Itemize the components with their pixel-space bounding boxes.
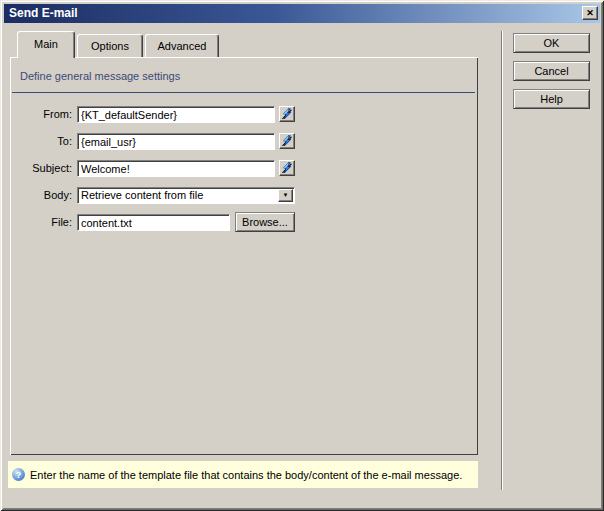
tab-options-label: Options [91,40,129,52]
close-icon: ✕ [586,9,594,18]
help-icon: ? [12,468,25,481]
tab-main[interactable]: Main [17,31,75,58]
main-tab-panel: Define general message settings From: To… [10,57,478,455]
subject-dynamic-data-button[interactable] [279,160,295,176]
hint-text: Enter the name of the template file that… [30,469,462,481]
help-icon-glyph: ? [16,470,22,480]
form-row-to: To: [10,133,478,151]
file-input[interactable] [77,214,230,231]
lightning-icon [281,162,293,174]
body-select-arrow-button[interactable]: ▼ [278,189,293,202]
form-row-body: Body: Retrieve content from file ▼ [10,187,478,205]
to-label: To: [10,135,72,147]
lightning-icon [281,135,293,147]
from-input[interactable] [77,106,275,123]
subject-input[interactable] [77,160,275,177]
form-row-from: From: [10,106,478,124]
chevron-down-icon: ▼ [283,188,289,203]
ok-button[interactable]: OK [513,33,590,53]
subject-label: Subject: [10,162,72,174]
heading-rule [12,92,475,93]
browse-button[interactable]: Browse... [235,212,295,232]
form-row-file: File: Browse... [10,214,478,232]
send-email-dialog: Send E-mail ✕ Main Options Advanced Defi… [0,0,604,511]
from-label: From: [10,108,72,120]
cancel-button[interactable]: Cancel [513,61,590,81]
title-bar: Send E-mail ✕ [4,4,600,23]
vertical-divider [501,31,503,490]
tab-advanced[interactable]: Advanced [145,34,219,57]
hint-bar: ? Enter the name of the template file th… [8,461,478,488]
close-button[interactable]: ✕ [582,6,598,20]
body-label: Body: [10,189,72,201]
window-title: Send E-mail [9,6,78,20]
to-dynamic-data-button[interactable] [279,133,295,149]
from-dynamic-data-button[interactable] [279,106,295,122]
body-select[interactable]: Retrieve content from file ▼ [77,187,295,204]
lightning-icon [281,108,293,120]
file-label: File: [10,216,72,228]
form-row-subject: Subject: [10,160,478,178]
tab-main-label: Main [34,38,58,50]
to-input[interactable] [77,133,275,150]
tab-options[interactable]: Options [77,34,143,57]
body-select-value: Retrieve content from file [81,189,203,201]
section-heading: Define general message settings [20,70,180,82]
help-button[interactable]: Help [513,89,590,109]
tab-advanced-label: Advanced [158,40,207,52]
